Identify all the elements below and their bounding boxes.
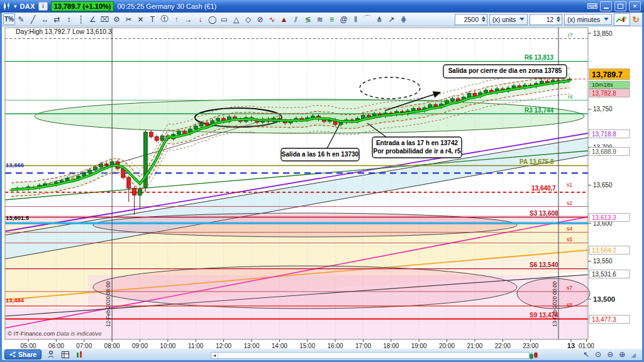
time-tick-label: 16:00 <box>328 343 343 349</box>
cross-lines-tool[interactable]: ✕ <box>135 13 147 25</box>
candlestick-chart-icon <box>3 3 12 10</box>
ellipse-tool[interactable]: ◯ <box>206 13 218 25</box>
pivot-label: S6 13,540 <box>530 261 558 268</box>
vertical-line-tool[interactable]: ┆ <box>75 13 87 25</box>
instrument-dropdown-caret[interactable]: ▾ <box>14 3 17 9</box>
angle-tool[interactable]: ∠ <box>87 13 99 25</box>
units-type-dropdown[interactable]: (x) units <box>489 14 528 25</box>
timeframe-type-dropdown[interactable]: (x) minutes <box>564 14 612 25</box>
zoom-in-button[interactable]: ⊕ <box>619 350 625 359</box>
zigzag-pattern-tool[interactable]: ∿ <box>266 13 278 25</box>
triangle-tool[interactable]: △ <box>230 13 242 25</box>
resize-grip[interactable]: ◢ <box>631 351 636 358</box>
timeframe-field[interactable]: 12 <box>530 14 562 25</box>
info-icon[interactable]: i <box>38 2 48 11</box>
no-entry-tool[interactable]: ⊘ <box>254 13 266 25</box>
minimize-button[interactable] <box>600 1 612 11</box>
horizontal-segment-tool[interactable]: ↔ <box>39 13 51 25</box>
zoom-reset-button[interactable]: ⊙ <box>595 350 601 359</box>
pivot-label: R6 13,813 <box>525 54 554 61</box>
spiral-tool[interactable]: @ <box>338 13 350 25</box>
restore-button[interactable] <box>614 1 626 11</box>
percent-scale-tool[interactable]: T% <box>3 13 15 25</box>
comment-bubble-tool[interactable]: ⓣ <box>158 13 170 25</box>
chevron-down-icon <box>519 18 525 21</box>
gann-grid-tool[interactable]: ⋕ <box>397 13 409 25</box>
fibonacci-retracement-tool[interactable]: ≡ <box>326 13 338 25</box>
settings-tools-icon[interactable]: ⚙ <box>111 13 123 25</box>
candle <box>177 131 181 134</box>
timeframe-value[interactable]: 12 <box>530 16 555 23</box>
price-box-label: 13,782.8 <box>592 90 616 97</box>
time-tick-label: 20:00 <box>439 343 455 349</box>
instrument-name[interactable]: DAX <box>20 3 35 10</box>
time-tick-label: 23:00 <box>523 343 538 349</box>
text-tool[interactable]: T <box>147 13 158 25</box>
vertical-line-label: 12-Feb-2020 08:00 <box>105 281 111 327</box>
price-box-label: 13,531.6 <box>592 271 616 278</box>
units-count-value[interactable]: 2500 <box>455 16 480 23</box>
eraser-tool[interactable]: ✂ <box>123 13 135 25</box>
candle <box>155 136 158 140</box>
vertical-grid-tool[interactable]: ‖ <box>350 13 362 25</box>
drawn-ellipse[interactable] <box>93 266 517 309</box>
pitchfork-tool[interactable]: ⋔ <box>374 13 386 25</box>
units-spinner[interactable] <box>480 14 487 25</box>
keyboard-icon[interactable]: ⌨ <box>587 2 597 11</box>
line-tool[interactable]: ╱ <box>27 13 39 25</box>
scroll-left-button[interactable]: ◂ <box>211 353 218 358</box>
candle <box>450 99 454 101</box>
share-button[interactable]: Share <box>4 349 42 359</box>
annotation-text: Salida a las 16 h en 13730 <box>282 151 359 158</box>
chart-scrollbar[interactable]: ◂ <box>211 352 530 359</box>
time-tick-label: 22:00 <box>495 343 511 349</box>
arrow-right-tool[interactable]: → <box>182 13 194 25</box>
fan-lines-tool[interactable]: ↗ <box>386 13 397 25</box>
table-view-icon[interactable] <box>60 350 70 359</box>
chart-style-icon <box>616 15 627 24</box>
zoom-controls: ↖ ⊙ ⊖ ⊕ ◢ <box>583 350 636 359</box>
pivot-label: 13,640,7 <box>531 185 556 192</box>
diamond-tool[interactable]: ◇ <box>242 13 254 25</box>
cursor-mode-button[interactable]: ↖ <box>583 350 589 359</box>
timeframe-spinner[interactable] <box>555 14 562 25</box>
candle <box>194 126 197 129</box>
trash-icon[interactable]: ⌧ <box>99 13 111 25</box>
annotation-text: Salida por cierre de dia en zona 13785 <box>448 67 562 74</box>
candle <box>88 170 92 173</box>
rectangle-tool[interactable]: ▭ <box>218 13 230 25</box>
arrow-down-tool[interactable]: ↓ <box>194 13 206 25</box>
zoom-out-button[interactable]: ⊖ <box>607 350 613 359</box>
left-price-label: 13,494 <box>6 297 25 304</box>
pivot-label: s7 <box>567 285 572 291</box>
waves-tool[interactable]: ≋ <box>314 13 326 25</box>
time-tick-label: 10:00 <box>160 343 175 349</box>
candle <box>93 167 97 170</box>
units-type-label: (x) units <box>492 16 516 23</box>
parallel-channel-tool[interactable]: ⫽ <box>290 13 302 25</box>
time-tick-label: 01:00 <box>579 343 594 349</box>
extended-line-tool[interactable]: ⇄ <box>51 13 63 25</box>
annotation-box[interactable]: Salida por cierre de dia en zona 13785 <box>443 65 567 78</box>
price-tick-label: 13,750 <box>593 106 613 112</box>
arc-tool[interactable]: ⌒ <box>362 13 374 25</box>
annotation-box[interactable]: Entrada a las 17 h en 13742Por probabili… <box>372 137 462 158</box>
arrow-up-tool[interactable]: ↑ <box>170 13 182 25</box>
vertical-segment-tool[interactable]: ↕ <box>63 13 75 25</box>
time-tick-label: 18:00 <box>383 343 399 349</box>
close-button[interactable]: ✕ <box>629 1 641 11</box>
refresh-icon[interactable]: ↻ <box>632 14 640 25</box>
regression-channel-tool[interactable]: ≶ <box>302 13 314 25</box>
pencil-tool[interactable]: ✎ <box>15 13 27 25</box>
triangle-pattern-tool[interactable]: ▲ <box>278 13 290 25</box>
chart-style-button[interactable] <box>614 13 630 26</box>
units-count-field[interactable]: 2500 <box>455 14 487 25</box>
time-tick-label: 13 <box>567 342 575 349</box>
volume-bars-icon[interactable] <box>75 350 85 359</box>
annotation-box[interactable]: Salida a las 16 h en 13730 <box>281 148 359 161</box>
trader-detection-icon[interactable] <box>46 350 56 359</box>
chart-canvas[interactable]: 12-Feb-2020 08:0013-Feb-2020 00:00r7R6 1… <box>0 26 644 349</box>
time-tick-label: 19:00 <box>411 343 427 349</box>
drawn-ellipse[interactable] <box>93 213 517 237</box>
candle <box>104 164 108 165</box>
